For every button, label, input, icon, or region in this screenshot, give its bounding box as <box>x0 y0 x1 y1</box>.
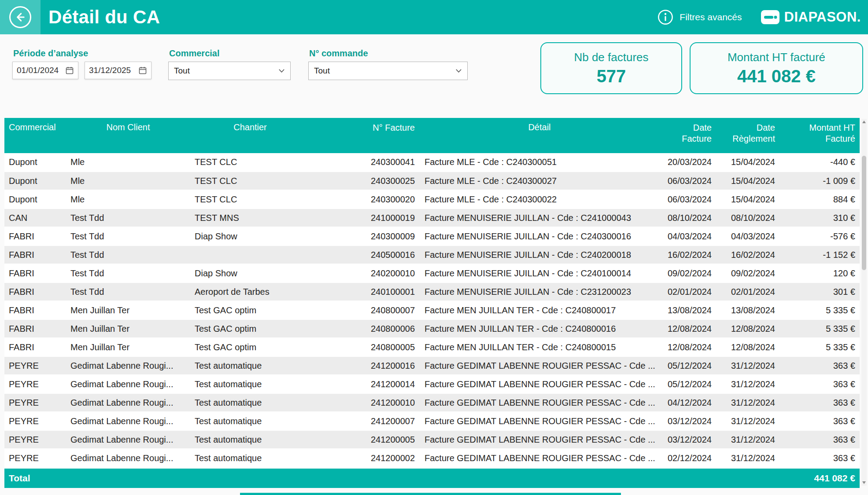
table-row[interactable]: PEYREGedimat Labenne Rougi...Test automa… <box>4 412 860 430</box>
cell-date-facture: 16/02/2024 <box>660 246 716 264</box>
table-row[interactable]: PEYREGedimat Labenne Rougi...Test automa… <box>4 393 860 412</box>
column-header-n-facture[interactable]: N° Facture <box>310 118 419 153</box>
cell-montant: 363 € <box>779 412 860 430</box>
cell-date-reglement: 15/04/2024 <box>716 153 779 172</box>
cell-chantier: Test automatique <box>190 393 310 412</box>
column-header-detail[interactable]: Détail <box>419 118 660 153</box>
column-header-chantier[interactable]: Chantier <box>190 118 310 153</box>
cell-date-facture: 08/10/2024 <box>660 209 716 227</box>
brand-logo: DIAPASON. <box>761 9 861 25</box>
brand-name: DIAPASON. <box>784 9 861 25</box>
cell-date-facture: 02/12/2024 <box>660 449 716 467</box>
chevron-down-icon <box>455 69 462 73</box>
cell-facture: 241200010 <box>310 393 419 412</box>
total-label: Total <box>9 473 30 484</box>
diapason-logo-icon <box>761 10 780 25</box>
total-value: 441 082 € <box>814 473 855 484</box>
column-header-date-reglement-line2: Règlement <box>720 133 775 144</box>
cell-chantier: Test GAC optim <box>190 338 310 356</box>
cell-detail: Facture GEDIMAT LABENNE ROUGIER PESSAC -… <box>419 430 660 449</box>
table-row[interactable]: DupontMleTEST CLC240300025Facture MLE - … <box>4 172 860 190</box>
table-row[interactable]: FABRITest TddDiap Show240200010Facture M… <box>4 264 860 282</box>
cell-montant: 310 € <box>779 209 860 227</box>
column-header-montant-line1: Montant HT <box>784 122 855 133</box>
order-dropdown[interactable]: Tout <box>308 62 468 80</box>
header-actions: Filtres avancés DIAPASON. <box>657 9 868 25</box>
cell-commercial: Dupont <box>4 172 66 190</box>
commercial-dropdown[interactable]: Tout <box>168 62 291 80</box>
table-row[interactable]: FABRIMen Juillan TerTest GAC optim240800… <box>4 338 860 356</box>
table-row[interactable]: PEYREGedimat Labenne Rougi...Test automa… <box>4 356 860 375</box>
column-header-date-reglement[interactable]: Date Règlement <box>716 118 779 153</box>
column-header-date-facture-line1: Date <box>664 122 712 133</box>
page-title: Détail du CA <box>48 7 160 28</box>
table-row[interactable]: FABRIMen Juillan TerTest GAC optim240800… <box>4 301 860 319</box>
calendar-icon[interactable] <box>65 66 74 75</box>
column-header-montant[interactable]: Montant HT Facturé <box>779 118 860 153</box>
cell-client: Mle <box>66 153 190 172</box>
column-header-nom-client[interactable]: Nom Client <box>66 118 190 153</box>
cell-chantier: Test automatique <box>190 430 310 449</box>
cell-commercial: Dupont <box>4 190 66 209</box>
cell-commercial: FABRI <box>4 227 66 246</box>
period-end-input[interactable]: 31/12/2025 <box>85 62 151 79</box>
table-row[interactable]: PEYREGedimat Labenne Rougi...Test automa… <box>4 375 860 393</box>
cell-facture: 241000019 <box>310 209 419 227</box>
cell-date-reglement: 31/12/2024 <box>716 449 779 467</box>
table-row[interactable]: DupontMleTEST CLC240300020Facture MLE - … <box>4 190 860 209</box>
cell-date-reglement: 31/12/2024 <box>716 375 779 393</box>
cell-detail: Facture MLE - Cde : C240300051 <box>419 153 660 172</box>
column-header-date-facture-line2: Facture <box>664 133 712 144</box>
cell-detail: Facture GEDIMAT LABENNE ROUGIER PESSAC -… <box>419 356 660 375</box>
info-button[interactable] <box>657 9 673 25</box>
cell-chantier: Test GAC optim <box>190 301 310 319</box>
scrollbar-thumb[interactable] <box>862 156 866 270</box>
cell-detail: Facture GEDIMAT LABENNE ROUGIER PESSAC -… <box>419 393 660 412</box>
cell-facture: 240300020 <box>310 190 419 209</box>
cell-date-reglement: 04/03/2024 <box>716 227 779 246</box>
cell-montant: 884 € <box>779 190 860 209</box>
column-header-commercial[interactable]: Commercial <box>4 118 66 153</box>
cell-chantier: TEST CLC <box>190 153 310 172</box>
column-header-date-facture[interactable]: Date Facture <box>660 118 716 153</box>
cell-facture: 240800006 <box>310 319 419 338</box>
cell-detail: Facture MLE - Cde : C240300022 <box>419 190 660 209</box>
table-scrollbar-track[interactable] <box>861 119 867 486</box>
table-row[interactable]: FABRITest TddAeroport de Tarbes240100001… <box>4 282 860 301</box>
cell-montant: 363 € <box>779 430 860 449</box>
cell-commercial: PEYRE <box>4 412 66 430</box>
cell-date-reglement: 02/01/2024 <box>716 282 779 301</box>
table-row[interactable]: FABRIMen Juillan TerTest GAC optim240800… <box>4 319 860 338</box>
cell-chantier: Test automatique <box>190 449 310 467</box>
commercial-dropdown-value: Tout <box>174 66 190 76</box>
cell-commercial: CAN <box>4 209 66 227</box>
table-row[interactable]: PEYREGedimat Labenne Rougi...Test automa… <box>4 449 860 467</box>
column-header-montant-line2: Facturé <box>784 133 855 144</box>
cell-date-reglement: 13/08/2024 <box>716 301 779 319</box>
kpi-invoice-count-label: Nb de factures <box>574 51 648 64</box>
cell-date-facture: 12/08/2024 <box>660 319 716 338</box>
kpi-amount-label: Montant HT facturé <box>728 51 825 64</box>
cell-chantier: TEST MNS <box>190 209 310 227</box>
table-row[interactable]: FABRITest TddDiap Show240300009Facture M… <box>4 227 860 246</box>
cell-date-reglement: 12/08/2024 <box>716 319 779 338</box>
cell-montant: 301 € <box>779 282 860 301</box>
cell-date-facture: 03/12/2024 <box>660 430 716 449</box>
advanced-filters-label[interactable]: Filtres avancés <box>680 12 742 22</box>
cell-commercial: PEYRE <box>4 356 66 375</box>
period-start-input[interactable]: 01/01/2024 <box>12 62 78 79</box>
cell-date-facture: 02/01/2024 <box>660 282 716 301</box>
calendar-icon[interactable] <box>138 66 147 75</box>
cell-montant: 5 335 € <box>779 301 860 319</box>
scroll-down-icon[interactable] <box>862 481 866 484</box>
back-button[interactable] <box>0 0 41 34</box>
table-row[interactable]: FABRITest Tdd240500016Facture MENUISERIE… <box>4 246 860 264</box>
scroll-up-icon[interactable] <box>862 121 866 123</box>
table-row[interactable]: CANTest TddTEST MNS241000019Facture MENU… <box>4 209 860 227</box>
table-row[interactable]: PEYREGedimat Labenne Rougi...Test automa… <box>4 430 860 449</box>
cell-date-facture: 03/12/2024 <box>660 412 716 430</box>
cell-commercial: PEYRE <box>4 375 66 393</box>
cell-detail: Facture MEN JUILLAN TER - Cde : C2408000… <box>419 301 660 319</box>
table-row[interactable]: DupontMleTEST CLC240300041Facture MLE - … <box>4 153 860 172</box>
cell-client: Test Tdd <box>66 227 190 246</box>
